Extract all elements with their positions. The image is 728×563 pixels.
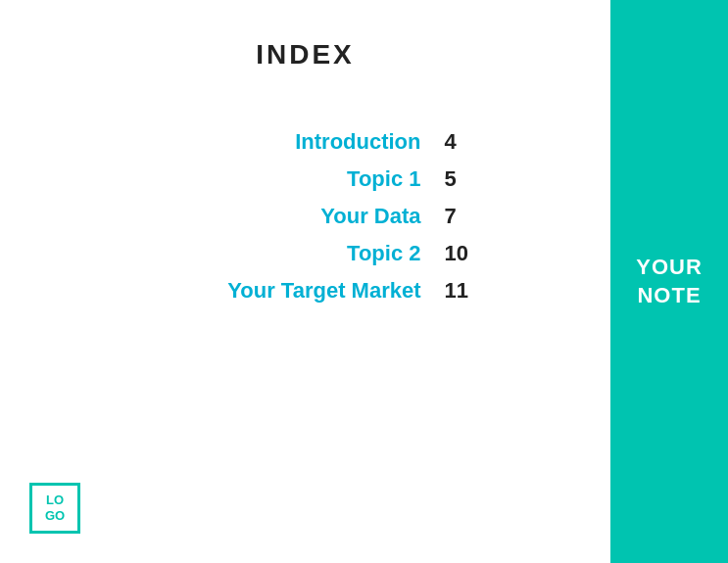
page-title: INDEX (59, 39, 552, 70)
main-content: INDEX Introduction4Topic 15Your Data7Top… (0, 0, 610, 563)
index-row: Topic 210 (139, 241, 472, 266)
sidebar: YOUR NOTE (610, 0, 728, 563)
index-number: 10 (445, 241, 472, 266)
index-row: Your Target Market11 (139, 278, 472, 304)
index-label: Topic 1 (347, 166, 420, 192)
index-label: Topic 2 (347, 241, 420, 266)
sidebar-line1: YOUR (636, 255, 703, 279)
index-row: Your Data7 (139, 204, 472, 229)
index-label: Your Target Market (227, 278, 420, 304)
logo: LOGO (29, 483, 80, 534)
index-label: Introduction (295, 129, 420, 155)
index-row: Introduction4 (139, 129, 472, 155)
sidebar-note: YOUR NOTE (636, 254, 703, 309)
index-number: 11 (445, 278, 472, 304)
index-label: Your Data (320, 204, 420, 229)
index-number: 5 (445, 166, 472, 192)
index-number: 4 (445, 129, 472, 155)
index-number: 7 (445, 204, 472, 229)
index-row: Topic 15 (139, 166, 472, 192)
sidebar-line2: NOTE (637, 283, 701, 307)
logo-text: LOGO (45, 493, 65, 523)
index-table: Introduction4Topic 15Your Data7Topic 210… (139, 129, 472, 304)
